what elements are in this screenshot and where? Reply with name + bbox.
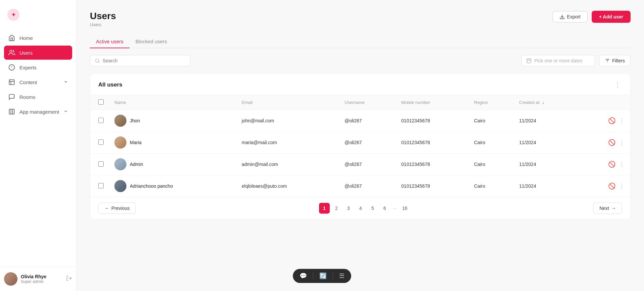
sidebar-item-app-management[interactable]: App management <box>4 105 72 119</box>
row-name-cell: Adrianchooo pancho <box>109 175 236 197</box>
row-mobile-cell: 01012345678 <box>396 132 469 154</box>
avatar <box>114 158 126 170</box>
header-name: Name <box>109 95 236 110</box>
next-button[interactable]: Next → <box>593 202 622 214</box>
row-email-cell: maria@mail.com <box>236 132 339 154</box>
menu-icon[interactable]: ☰ <box>339 272 344 280</box>
row-checkbox-cell <box>90 175 109 197</box>
content-icon <box>8 78 15 86</box>
svg-line-15 <box>98 62 99 63</box>
tab-active-users[interactable]: Active users <box>90 35 129 48</box>
block-icon[interactable]: 🚫 <box>608 139 615 146</box>
header-actions <box>580 95 630 110</box>
row-checkbox[interactable] <box>98 139 104 145</box>
sidebar-item-app-management-label: App management <box>19 109 59 115</box>
row-more-button[interactable]: ⋮ <box>619 182 625 190</box>
previous-button[interactable]: ← Previous <box>98 202 136 214</box>
svg-rect-6 <box>9 80 14 85</box>
row-username-cell: @oli267 <box>339 154 396 175</box>
table-more-button[interactable]: ⋮ <box>613 79 622 90</box>
page-numbers: 1 2 3 4 5 6 ··· 16 <box>319 203 410 214</box>
header-region: Region <box>469 95 514 110</box>
row-more-button[interactable]: ⋮ <box>619 161 625 168</box>
avatar <box>114 115 126 127</box>
app-management-expand-icon <box>63 109 68 115</box>
sidebar-item-rooms[interactable]: Rooms <box>4 90 72 104</box>
row-actions-cell: 🚫 ⋮ <box>580 154 630 175</box>
row-username-cell: @oli267 <box>339 110 396 132</box>
svg-text:✦: ✦ <box>11 11 16 18</box>
page-number-2[interactable]: 2 <box>331 203 342 214</box>
block-icon[interactable]: 🚫 <box>608 182 615 190</box>
row-mobile-cell: 01012345678 <box>396 154 469 175</box>
date-picker[interactable]: Pick one or more dates <box>521 55 595 66</box>
sidebar-item-users[interactable]: Users <box>4 46 72 60</box>
footer-user-name: Olivia Rhye <box>21 274 63 279</box>
row-email-cell: admin@mail.com <box>236 154 339 175</box>
row-email-cell: elqloleaes@puto.com <box>236 175 339 197</box>
rooms-icon <box>8 93 15 101</box>
export-button[interactable]: Export <box>552 11 587 22</box>
home-icon <box>8 34 15 42</box>
row-region-cell: Cairo <box>469 132 514 154</box>
header-actions: Export + Add user <box>552 11 631 23</box>
users-table: Name Email Username Mobile number Region <box>90 95 630 197</box>
search-input[interactable] <box>103 58 185 63</box>
sidebar: ✦ Home Users Experts C <box>0 0 76 291</box>
sidebar-item-experts[interactable]: Experts <box>4 60 72 74</box>
breadcrumb: Users <box>90 22 116 27</box>
next-label: Next <box>599 206 609 211</box>
footer-user-role: Super admin <box>21 279 63 284</box>
row-checkbox[interactable] <box>98 183 104 188</box>
logout-button[interactable] <box>66 275 72 283</box>
tab-blocked-users[interactable]: Blocked users <box>129 35 173 48</box>
header-mobile: Mobile number <box>396 95 469 110</box>
page-number-5[interactable]: 5 <box>367 203 378 214</box>
sidebar-item-home[interactable]: Home <box>4 31 72 45</box>
sidebar-logo: ✦ <box>0 0 76 28</box>
select-all-checkbox[interactable] <box>98 99 104 105</box>
row-created-at-cell: 11/2024 <box>514 110 580 132</box>
page-number-16[interactable]: 16 <box>399 203 410 214</box>
toolbar-divider-1 <box>313 273 313 279</box>
add-user-label: + Add user <box>599 14 623 19</box>
filters-button[interactable]: Filters <box>599 55 631 66</box>
row-created-at-cell: 11/2024 <box>514 175 580 197</box>
sidebar-item-experts-label: Experts <box>19 65 37 70</box>
row-more-button[interactable]: ⋮ <box>619 139 625 146</box>
page-number-3[interactable]: 3 <box>343 203 354 214</box>
chat-icon[interactable]: 💬 <box>300 272 307 280</box>
refresh-icon[interactable]: 🔄 <box>319 272 327 280</box>
toolbar: Pick one or more dates Filters <box>90 55 631 66</box>
row-checkbox-cell <box>90 132 109 154</box>
page-title: Users <box>90 11 116 21</box>
row-checkbox[interactable] <box>98 161 104 167</box>
row-more-button[interactable]: ⋮ <box>619 117 625 124</box>
row-checkbox[interactable] <box>98 118 104 123</box>
svg-point-14 <box>96 59 99 62</box>
previous-label: Previous <box>111 206 129 211</box>
export-label: Export <box>567 14 580 19</box>
row-region-cell: Cairo <box>469 154 514 175</box>
search-box[interactable] <box>90 55 191 66</box>
block-icon[interactable]: 🚫 <box>608 117 615 124</box>
row-actions-cell: 🚫 ⋮ <box>580 110 630 132</box>
page-number-1[interactable]: 1 <box>319 203 330 214</box>
block-icon[interactable]: 🚫 <box>608 161 615 168</box>
page-number-4[interactable]: 4 <box>355 203 366 214</box>
filters-label: Filters <box>612 58 625 63</box>
table-row: Maria maria@mail.com @oli267 01012345678… <box>90 132 630 154</box>
sidebar-item-rooms-label: Rooms <box>19 94 36 100</box>
footer-user-info: Olivia Rhye Super admin <box>21 274 63 284</box>
avatar <box>4 272 17 286</box>
add-user-button[interactable]: + Add user <box>592 11 631 23</box>
row-mobile-cell: 01012345678 <box>396 110 469 132</box>
users-icon <box>8 49 15 56</box>
sidebar-item-content[interactable]: Content <box>4 75 72 89</box>
table-card-header: All users ⋮ <box>90 73 630 95</box>
app-management-icon <box>8 108 15 115</box>
page-number-6[interactable]: 6 <box>379 203 390 214</box>
experts-icon <box>8 64 15 71</box>
next-arrow-icon: → <box>611 206 616 211</box>
header-created-at[interactable]: Created at ↓ <box>514 95 580 110</box>
